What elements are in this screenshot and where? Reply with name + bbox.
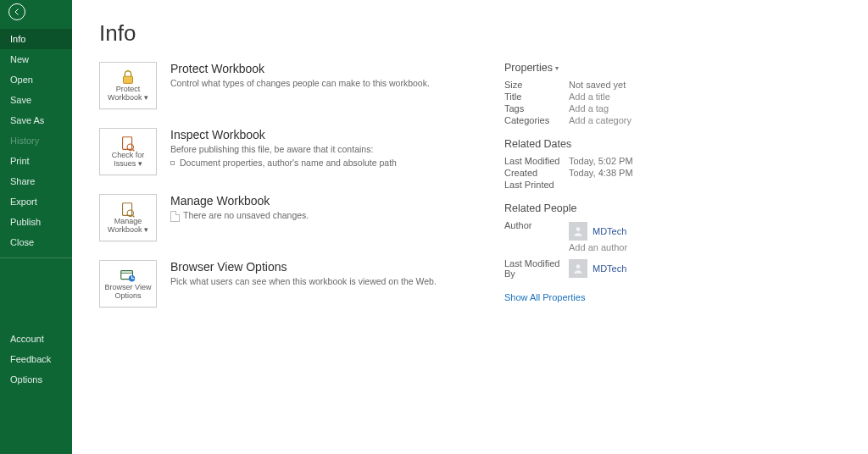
info-actions-column: Protect Workbook ▾ Protect Workbook Cont… <box>99 62 464 307</box>
prop-tags-label: Tags <box>504 103 569 114</box>
add-author-link[interactable]: Add an author <box>569 242 627 252</box>
nav-item-save[interactable]: Save <box>0 90 72 110</box>
prop-categories-value[interactable]: Add a category <box>569 115 632 125</box>
inspect-workbook-desc: Before publishing this file, be aware th… <box>170 143 397 155</box>
backstage-main: Info Protect Workbook ▾ Protect Workbook… <box>72 0 868 454</box>
chevron-down-icon: ▾ <box>555 64 559 72</box>
last-modified-label: Last Modified <box>504 156 569 166</box>
created-value: Today, 4:38 PM <box>569 168 633 178</box>
inspect-bullet-1: Document properties, author's name and a… <box>180 158 397 168</box>
inspect-workbook-block: Check for Issues ▾ Inspect Workbook Befo… <box>99 128 464 175</box>
nav-item-info[interactable]: Info <box>0 29 72 49</box>
last-printed-label: Last Printed <box>504 180 569 190</box>
protect-workbook-desc: Control what types of changes people can… <box>170 77 430 89</box>
nav-item-print[interactable]: Print <box>0 151 72 171</box>
nav-item-share[interactable]: Share <box>0 171 72 191</box>
prop-title-label: Title <box>504 91 569 102</box>
protect-workbook-button-label: Protect Workbook <box>108 85 142 102</box>
nav-item-export[interactable]: Export <box>0 191 72 212</box>
lock-icon <box>119 69 137 84</box>
author-name[interactable]: MDTech <box>593 226 626 236</box>
manage-workbook-block: Manage Workbook ▾ Manage Workbook There … <box>99 194 464 241</box>
manage-icon <box>119 201 137 216</box>
browser-view-options-button-label: Browser View Options <box>102 284 154 301</box>
inspect-bullet-list: Document properties, author's name and a… <box>170 158 397 168</box>
prop-size-label: Size <box>504 80 569 90</box>
nav-list-footer: Account Feedback Options <box>0 329 72 390</box>
nav-item-open[interactable]: Open <box>0 69 72 90</box>
last-modified-by-label: Last Modified By <box>504 258 569 279</box>
backstage-sidebar: Info New Open Save Save As History Print… <box>0 0 72 454</box>
svg-rect-0 <box>124 76 133 83</box>
avatar-icon <box>569 259 587 278</box>
nav-item-history: History <box>0 130 72 151</box>
inspect-workbook-heading: Inspect Workbook <box>170 128 397 141</box>
nav-list-primary: Info New Open Save Save As History Print… <box>0 29 72 252</box>
nav-item-feedback[interactable]: Feedback <box>0 349 72 369</box>
last-modified-value: Today, 5:02 PM <box>569 156 633 166</box>
properties-panel: Properties▾ SizeNot saved yet TitleAdd a… <box>504 62 841 302</box>
browser-view-options-button[interactable]: Browser View Options <box>99 260 157 307</box>
svg-point-8 <box>576 264 581 269</box>
protect-workbook-block: Protect Workbook ▾ Protect Workbook Cont… <box>99 62 464 109</box>
protect-workbook-button[interactable]: Protect Workbook ▾ <box>99 62 157 109</box>
manage-workbook-desc: There are no unsaved changes. <box>183 210 309 220</box>
related-people-heading: Related People <box>504 202 841 214</box>
nav-item-save-as[interactable]: Save As <box>0 110 72 130</box>
nav-item-close[interactable]: Close <box>0 232 72 252</box>
nav-item-new[interactable]: New <box>0 49 72 69</box>
nav-item-publish[interactable]: Publish <box>0 212 72 232</box>
svg-point-7 <box>576 227 581 231</box>
browser-view-options-desc: Pick what users can see when this workbo… <box>170 275 437 287</box>
browser-view-icon <box>119 267 137 282</box>
properties-heading[interactable]: Properties▾ <box>504 62 841 74</box>
prop-title-value[interactable]: Add a title <box>569 91 610 102</box>
inspect-icon <box>119 135 137 150</box>
show-all-properties-link[interactable]: Show All Properties <box>504 292 585 302</box>
document-icon <box>170 211 180 222</box>
chevron-down-icon: ▾ <box>136 159 142 168</box>
back-arrow-icon <box>8 3 25 20</box>
created-label: Created <box>504 168 569 178</box>
related-dates-heading: Related Dates <box>504 138 841 150</box>
author-label: Author <box>504 220 569 230</box>
chevron-down-icon: ▾ <box>142 225 148 234</box>
manage-workbook-button-label: Manage Workbook <box>108 217 142 234</box>
manage-workbook-button[interactable]: Manage Workbook ▾ <box>99 194 157 241</box>
page-title: Info <box>99 20 841 47</box>
check-for-issues-button[interactable]: Check for Issues ▾ <box>99 128 157 175</box>
avatar-icon <box>569 222 587 241</box>
prop-categories-label: Categories <box>504 115 569 125</box>
browser-view-options-block: Browser View Options Browser View Option… <box>99 260 464 307</box>
chevron-down-icon: ▾ <box>142 93 148 102</box>
protect-workbook-heading: Protect Workbook <box>170 62 430 75</box>
nav-item-options[interactable]: Options <box>0 369 72 390</box>
nav-item-account[interactable]: Account <box>0 329 72 349</box>
nav-divider <box>0 257 72 258</box>
manage-workbook-heading: Manage Workbook <box>170 194 309 208</box>
last-modified-by-name[interactable]: MDTech <box>593 263 626 274</box>
browser-view-options-heading: Browser View Options <box>170 260 437 274</box>
back-button[interactable] <box>0 0 72 24</box>
prop-size-value: Not saved yet <box>569 80 626 90</box>
prop-tags-value[interactable]: Add a tag <box>569 103 609 114</box>
bullet-icon <box>170 161 175 165</box>
